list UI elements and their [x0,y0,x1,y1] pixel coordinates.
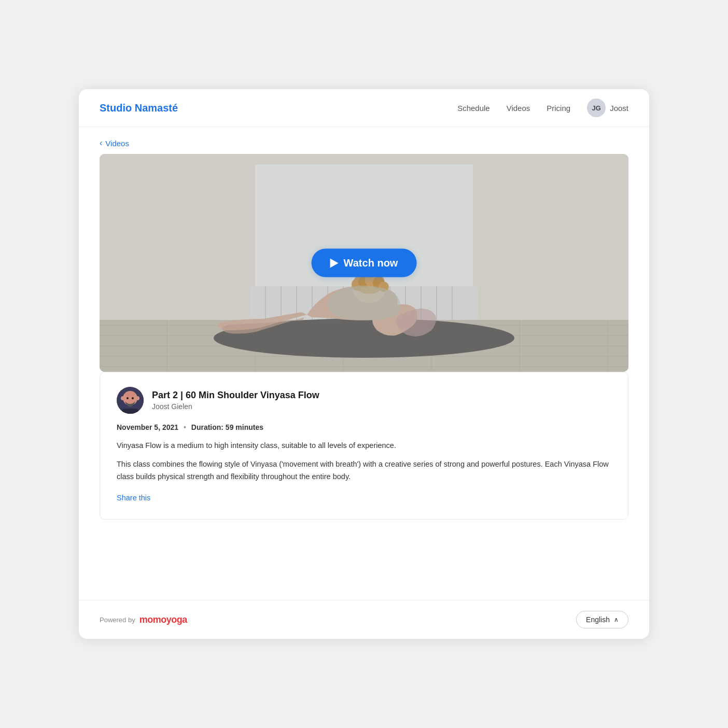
svg-point-43 [132,397,134,399]
studio-logo[interactable]: Studio Namasté [100,102,178,114]
header: Studio Namasté Schedule Videos Pricing J… [79,89,649,127]
powered-by: Powered by momoyoga [100,614,187,625]
svg-point-42 [127,397,129,399]
instructor-name: Joost Gielen [152,402,319,411]
language-selector[interactable]: English ∧ [576,611,628,628]
video-meta-row: Part 2 | 60 Min Shoulder Vinyasa Flow Jo… [117,387,611,414]
video-thumbnail: Watch now [100,154,628,372]
breadcrumb[interactable]: ‹ Videos [79,127,649,154]
video-date-duration: November 5, 2021 • Duration: 59 minutes [117,423,611,431]
svg-point-40 [135,396,139,400]
nav-pricing[interactable]: Pricing [547,104,570,113]
breadcrumb-label: Videos [105,139,129,148]
svg-point-41 [125,391,135,397]
watch-now-button[interactable]: Watch now [312,249,417,277]
user-info: JG Joost [587,99,628,117]
main-content: Watch now [79,154,649,600]
video-info-card: Part 2 | 60 Min Shoulder Vinyasa Flow Jo… [100,372,628,520]
language-label: English [586,615,610,624]
avatar[interactable]: JG [587,99,606,117]
video-description-1: Vinyasa Flow is a medium to high intensi… [117,440,611,452]
play-icon [330,258,339,268]
chevron-up-icon: ∧ [614,616,619,623]
momoyoga-logo: momoyoga [139,614,187,625]
video-title: Part 2 | 60 Min Shoulder Vinyasa Flow [152,390,319,401]
video-description-2: This class combines the flowing style of… [117,458,611,483]
separator: • [184,423,186,431]
share-link[interactable]: Share this [117,494,150,502]
video-date: November 5, 2021 [117,423,178,431]
video-title-block: Part 2 | 60 Min Shoulder Vinyasa Flow Jo… [152,390,319,411]
svg-point-39 [121,396,125,400]
user-name: Joost [610,104,628,113]
nav-videos[interactable]: Videos [507,104,530,113]
video-duration: Duration: 59 minutes [191,423,263,431]
back-icon: ‹ [100,138,102,148]
svg-rect-44 [122,409,138,414]
nav-schedule[interactable]: Schedule [457,104,490,113]
powered-by-label: Powered by [100,616,135,624]
main-nav: Schedule Videos Pricing JG Joost [457,99,628,117]
footer: Powered by momoyoga English ∧ [79,600,649,639]
watch-now-label: Watch now [344,257,398,269]
instructor-avatar [117,387,144,414]
